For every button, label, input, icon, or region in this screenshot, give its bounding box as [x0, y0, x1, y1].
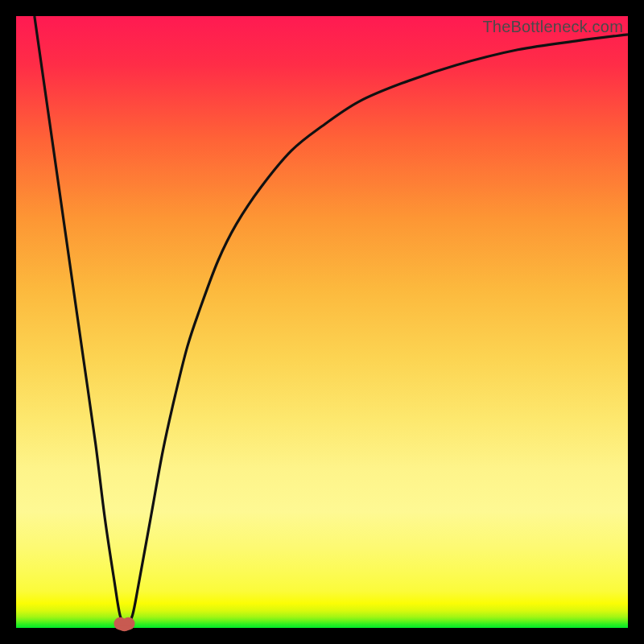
- curve-path: [35, 16, 628, 625]
- plot-area: TheBottleneck.com: [16, 16, 628, 628]
- optimum-marker: [114, 617, 135, 632]
- chart-frame: TheBottleneck.com: [16, 16, 628, 628]
- bottleneck-curve: [16, 16, 628, 628]
